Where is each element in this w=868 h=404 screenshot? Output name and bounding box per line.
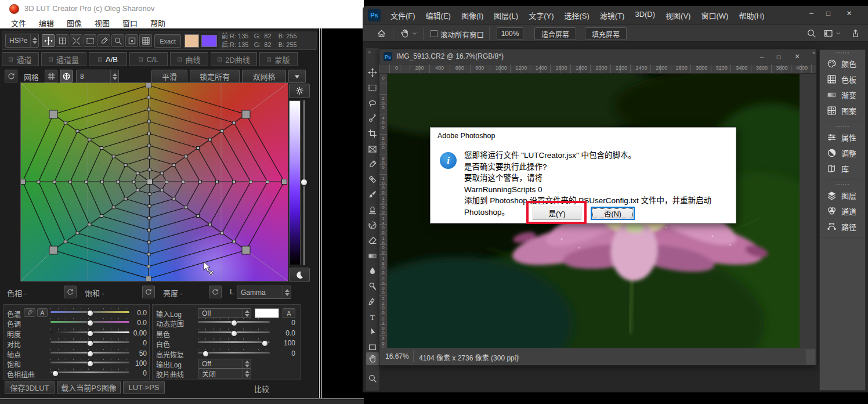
panel-tab-adjustments[interactable]: 调整 bbox=[820, 145, 865, 161]
lut-menu-item[interactable]: 编辑 bbox=[32, 17, 60, 28]
chevron-down-icon[interactable] bbox=[835, 30, 841, 37]
lut-menu-item[interactable]: 文件 bbox=[5, 17, 32, 28]
slider[interactable] bbox=[50, 338, 129, 343]
frame-tool[interactable] bbox=[366, 143, 379, 156]
crop-tool[interactable] bbox=[366, 127, 379, 140]
grid-size-input[interactable]: 8 bbox=[76, 70, 119, 83]
color-mesh[interactable] bbox=[20, 82, 288, 282]
collapse-toolbar-icon[interactable]: » bbox=[368, 49, 371, 55]
slider[interactable] bbox=[50, 359, 129, 363]
gamma-select[interactable]: Gamma bbox=[237, 286, 291, 299]
dodge-tool[interactable] bbox=[366, 280, 379, 293]
slider-handle[interactable] bbox=[52, 370, 59, 377]
lut-menu-item[interactable]: 图像 bbox=[60, 17, 88, 28]
panel-tab-swatches[interactable]: 色板 bbox=[820, 71, 865, 87]
ps-menu-item[interactable]: 文字(Y) bbox=[523, 10, 559, 21]
marquee-tool[interactable] bbox=[366, 81, 379, 94]
lut-to-ps-button[interactable]: LUT->PS bbox=[123, 381, 165, 394]
panel-tab-properties[interactable]: 属性 bbox=[820, 129, 865, 145]
slider-handle[interactable] bbox=[87, 351, 93, 357]
minimize-button[interactable]: – bbox=[804, 7, 819, 20]
panel-tab-layers[interactable]: 图层 bbox=[820, 187, 865, 203]
collapse-icon[interactable] bbox=[70, 34, 82, 47]
select-box-icon[interactable] bbox=[125, 34, 138, 47]
pen-tool[interactable] bbox=[366, 295, 379, 308]
zoom-100-button[interactable]: 100% bbox=[497, 27, 523, 40]
stepper-icon[interactable] bbox=[110, 70, 118, 82]
tab-蒙版[interactable]: 蒙版 bbox=[259, 52, 298, 66]
tab-C/L[interactable]: C/L bbox=[129, 52, 168, 66]
tab-A/B[interactable]: A/B bbox=[89, 52, 127, 66]
ps-menu-item[interactable]: 滤镜(T) bbox=[595, 10, 630, 21]
zoom-tool[interactable] bbox=[366, 372, 379, 385]
load-ps-image-button[interactable]: 载入当前PS图像 bbox=[57, 381, 121, 394]
lightness-gradient-bar[interactable] bbox=[289, 100, 301, 265]
compare-label[interactable]: 比较 bbox=[254, 383, 269, 394]
ps-menu-item[interactable]: 视图(V) bbox=[660, 10, 696, 21]
eyedropper-icon[interactable] bbox=[24, 308, 35, 317]
gradient-tool[interactable] bbox=[366, 250, 379, 262]
slider[interactable] bbox=[50, 369, 129, 373]
refresh-icon[interactable] bbox=[5, 70, 17, 82]
lut-menu-item[interactable]: 视图 bbox=[88, 17, 116, 28]
lut-menu-item[interactable]: 窗口 bbox=[116, 17, 144, 28]
status-chevron-icon[interactable]: 〉 bbox=[516, 352, 523, 362]
quick-select-tool[interactable] bbox=[366, 112, 379, 125]
dual-grid-button[interactable]: 双网格 bbox=[242, 70, 286, 83]
doc-maximize-button[interactable]: □ bbox=[771, 51, 786, 62]
background-swatch[interactable] bbox=[201, 35, 217, 47]
eyedropper-icon[interactable] bbox=[97, 34, 110, 47]
history-brush-tool[interactable] bbox=[366, 219, 379, 232]
hand-tool[interactable] bbox=[366, 352, 379, 365]
dropdown-arrow-button[interactable] bbox=[288, 70, 306, 83]
slider[interactable] bbox=[198, 329, 270, 333]
refresh-icon[interactable] bbox=[64, 286, 77, 298]
zoom-icon[interactable] bbox=[111, 34, 124, 47]
tab-通道[interactable]: 通道 bbox=[2, 52, 39, 66]
blur-tool[interactable] bbox=[366, 265, 379, 277]
slider-handle[interactable] bbox=[87, 330, 93, 337]
share-icon[interactable] bbox=[851, 28, 860, 38]
hash-icon[interactable] bbox=[45, 70, 57, 82]
log-color-swatch[interactable] bbox=[255, 308, 279, 318]
document-tabbar[interactable]: Ps IMG_5913.CR2 @ 16.7%(RGB/8*) – □ ✕ bbox=[379, 49, 816, 64]
slider-handle[interactable] bbox=[87, 360, 93, 367]
exact-button[interactable]: Exact bbox=[154, 34, 181, 48]
slider[interactable] bbox=[198, 338, 270, 343]
slider-handle[interactable] bbox=[87, 310, 93, 316]
panel-tab-libraries[interactable]: 库 bbox=[820, 161, 865, 176]
dropdown-select[interactable]: Off bbox=[198, 308, 251, 318]
save-3dlut-button[interactable]: 保存3DLUT bbox=[5, 381, 55, 394]
home-icon[interactable] bbox=[377, 28, 386, 38]
search-icon[interactable] bbox=[806, 28, 816, 38]
refresh-icon[interactable] bbox=[142, 286, 155, 298]
ps-menu-item[interactable]: 帮助(H) bbox=[733, 10, 769, 21]
workspace-panel-icon[interactable] bbox=[823, 28, 833, 38]
smooth-button[interactable]: 平滑 bbox=[151, 70, 187, 83]
zoom-level[interactable]: 16.67% bbox=[385, 352, 409, 360]
ps-menu-item[interactable]: 选择(S) bbox=[559, 10, 594, 21]
panel-tab-channels[interactable]: 通道 bbox=[820, 203, 865, 219]
ps-menu-item[interactable]: 图层(L) bbox=[489, 10, 523, 21]
slider-handle[interactable] bbox=[231, 330, 237, 337]
path-select-tool[interactable] bbox=[366, 326, 379, 338]
refresh-icon[interactable] bbox=[209, 286, 222, 298]
resize-grip[interactable] bbox=[806, 349, 815, 365]
lasso-tool[interactable] bbox=[366, 97, 379, 110]
clone-stamp-tool[interactable] bbox=[366, 204, 379, 217]
slider[interactable] bbox=[198, 349, 270, 354]
dark-mode-moon-button[interactable] bbox=[289, 268, 310, 282]
tab-曲线[interactable]: 曲线 bbox=[170, 52, 208, 66]
eraser-tool[interactable] bbox=[366, 234, 379, 247]
slider[interactable] bbox=[50, 349, 129, 354]
slider-handle[interactable] bbox=[231, 320, 237, 326]
lut-menu-item[interactable]: 帮助 bbox=[144, 17, 172, 28]
move-icon[interactable] bbox=[42, 34, 55, 47]
panel-tab-pattern[interactable]: 图案 bbox=[820, 103, 865, 118]
doc-close-button[interactable]: ✕ bbox=[790, 51, 805, 62]
slider[interactable] bbox=[50, 318, 129, 323]
doc-minimize-button[interactable]: – bbox=[754, 51, 769, 62]
wheel-icon[interactable] bbox=[60, 70, 73, 82]
hand-tool-icon[interactable] bbox=[400, 28, 410, 38]
tab-通道量[interactable]: 通道量 bbox=[41, 52, 86, 66]
